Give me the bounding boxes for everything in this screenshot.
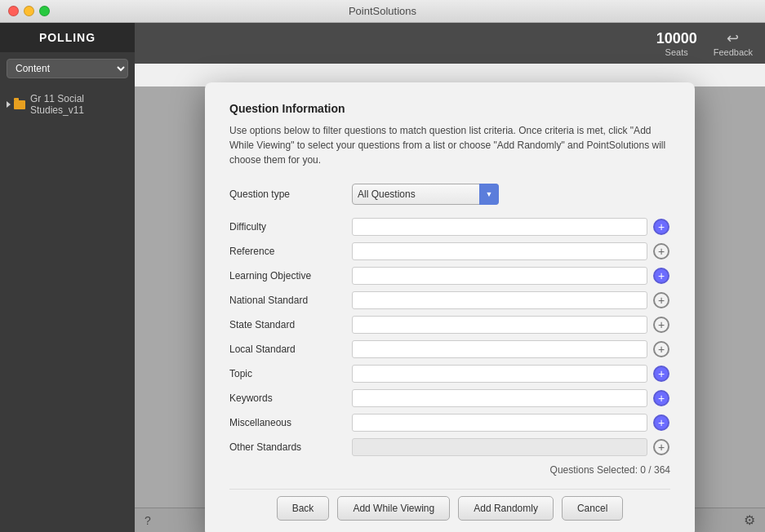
- content-area: Question Information Use options below t…: [135, 64, 765, 532]
- label-keywords: Keywords: [229, 392, 352, 404]
- feedback-section[interactable]: ↩ Feedback: [714, 29, 753, 57]
- window-controls: [8, 6, 50, 16]
- add-other-standards-icon: +: [653, 439, 669, 455]
- label-learning-objective: Learning Objective: [229, 270, 352, 282]
- add-national-standard-icon: +: [653, 292, 669, 308]
- add-while-viewing-button[interactable]: Add While Viewing: [337, 496, 450, 521]
- app-title: PointSolutions: [349, 5, 416, 17]
- modal-overlay: Question Information Use options below t…: [135, 86, 765, 532]
- modal-description: Use options below to filter questions to…: [229, 123, 670, 167]
- add-difficulty-button[interactable]: +: [652, 218, 670, 236]
- add-other-standards-button[interactable]: +: [652, 438, 670, 456]
- feedback-label: Feedback: [714, 47, 753, 57]
- input-topic[interactable]: [352, 365, 647, 383]
- add-miscellaneous-icon: +: [653, 415, 669, 431]
- main-layout: POLLING Content Slides Both Gr 11 Social…: [0, 23, 765, 532]
- add-keywords-icon: +: [653, 390, 669, 406]
- label-difficulty: Difficulty: [229, 221, 352, 233]
- seats-number: 10000: [656, 30, 697, 47]
- sidebar-dropdown[interactable]: Content Slides Both: [7, 59, 128, 78]
- input-learning-objective[interactable]: [352, 267, 647, 285]
- add-reference-button[interactable]: +: [652, 242, 670, 260]
- add-topic-icon: +: [653, 366, 669, 382]
- add-randomly-button[interactable]: Add Randomly: [458, 496, 554, 521]
- sidebar-header: POLLING: [0, 23, 135, 52]
- label-national-standard: National Standard: [229, 295, 352, 306]
- top-bar: 10000 Seats ↩ Feedback: [135, 23, 765, 64]
- chevron-right-icon: [7, 101, 11, 108]
- question-type-label: Question type: [229, 188, 352, 200]
- form-row-topic: Topic +: [229, 365, 670, 383]
- titlebar: PointSolutions: [0, 0, 765, 23]
- sidebar-item-gr11[interactable]: Gr 11 Social Studies_v11: [0, 88, 135, 121]
- add-local-standard-button[interactable]: +: [652, 340, 670, 358]
- add-reference-icon: +: [653, 243, 669, 259]
- add-difficulty-icon: +: [653, 219, 669, 235]
- input-reference[interactable]: [352, 242, 647, 260]
- input-national-standard[interactable]: [352, 291, 647, 309]
- close-button[interactable]: [8, 6, 19, 16]
- label-topic: Topic: [229, 368, 352, 379]
- label-state-standard: State Standard: [229, 319, 352, 330]
- feedback-icon: ↩: [727, 29, 739, 47]
- maximize-button[interactable]: [39, 6, 50, 16]
- questions-selected: Questions Selected: 0 / 364: [229, 464, 670, 476]
- add-topic-button[interactable]: +: [652, 365, 670, 383]
- input-keywords[interactable]: [352, 389, 647, 407]
- label-miscellaneous: Miscellaneous: [229, 417, 352, 428]
- sidebar-item-label: Gr 11 Social Studies_v11: [30, 93, 128, 116]
- add-keywords-button[interactable]: +: [652, 389, 670, 407]
- sidebar: POLLING Content Slides Both Gr 11 Social…: [0, 23, 135, 532]
- form-row-miscellaneous: Miscellaneous +: [229, 414, 670, 432]
- modal-dialog: Question Information Use options below t…: [205, 82, 695, 533]
- form-row-difficulty: Difficulty +: [229, 218, 670, 236]
- folder-icon: [14, 100, 25, 109]
- form-fields: Difficulty + Reference +: [229, 218, 670, 456]
- back-button[interactable]: Back: [277, 496, 330, 521]
- add-local-standard-icon: +: [653, 341, 669, 357]
- add-miscellaneous-button[interactable]: +: [652, 414, 670, 432]
- question-type-select[interactable]: All Questions Multiple Choice True/False…: [352, 184, 499, 205]
- modal-title: Question Information: [229, 102, 670, 115]
- label-local-standard: Local Standard: [229, 344, 352, 355]
- seats-section: 10000 Seats: [656, 30, 697, 57]
- input-state-standard[interactable]: [352, 316, 647, 334]
- seats-label: Seats: [665, 47, 688, 57]
- add-state-standard-icon: +: [653, 317, 669, 333]
- modal-buttons: Back Add While Viewing Add Randomly Canc…: [229, 489, 670, 521]
- add-national-standard-button[interactable]: +: [652, 291, 670, 309]
- cancel-button[interactable]: Cancel: [562, 496, 623, 521]
- content-select[interactable]: Content Slides Both: [7, 59, 128, 78]
- form-row-local-standard: Local Standard +: [229, 340, 670, 358]
- add-learning-objective-icon: +: [653, 268, 669, 284]
- input-other-standards[interactable]: [352, 438, 647, 456]
- question-type-select-wrapper[interactable]: All Questions Multiple Choice True/False…: [352, 184, 499, 205]
- minimize-button[interactable]: [24, 6, 34, 16]
- form-row-state-standard: State Standard +: [229, 316, 670, 334]
- input-local-standard[interactable]: [352, 340, 647, 358]
- sidebar-tree: Gr 11 Social Studies_v11: [0, 85, 135, 124]
- form-row-learning-objective: Learning Objective +: [229, 267, 670, 285]
- form-row-keywords: Keywords +: [229, 389, 670, 407]
- input-difficulty[interactable]: [352, 218, 647, 236]
- label-reference: Reference: [229, 246, 352, 257]
- question-type-row: Question type All Questions Multiple Cho…: [229, 184, 670, 205]
- form-row-other-standards: Other Standards +: [229, 438, 670, 456]
- add-learning-objective-button[interactable]: +: [652, 267, 670, 285]
- input-miscellaneous[interactable]: [352, 414, 647, 432]
- label-other-standards: Other Standards: [229, 441, 352, 453]
- form-row-reference: Reference +: [229, 242, 670, 260]
- right-panel: 10000 Seats ↩ Feedback Question Informat…: [135, 23, 765, 532]
- add-state-standard-button[interactable]: +: [652, 316, 670, 334]
- form-row-national-standard: National Standard +: [229, 291, 670, 309]
